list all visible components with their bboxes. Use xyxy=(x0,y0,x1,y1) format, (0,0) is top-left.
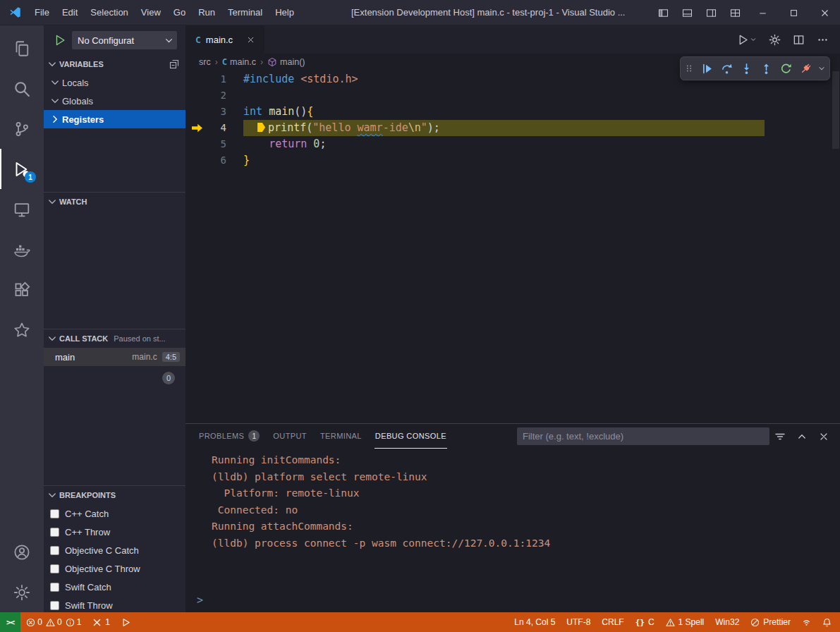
breadcrumb-src[interactable]: src xyxy=(199,57,211,67)
breakpoint-swift-catch[interactable]: Swift Catch xyxy=(44,578,185,596)
variables-header[interactable]: VARIABLES xyxy=(44,55,185,73)
debug-session-chevron-icon[interactable] xyxy=(817,64,826,73)
menu-edit[interactable]: Edit xyxy=(56,0,84,25)
variables-row-globals[interactable]: Globals xyxy=(44,92,185,110)
activity-settings[interactable] xyxy=(0,572,44,612)
console-options-icon[interactable] xyxy=(774,431,786,442)
checkbox[interactable] xyxy=(50,509,59,518)
checkbox[interactable] xyxy=(50,601,59,610)
minimize-button[interactable] xyxy=(747,0,778,25)
tools-status[interactable]: 1 xyxy=(87,612,116,632)
menu-view[interactable]: View xyxy=(135,0,167,25)
panel-tab-debug-console[interactable]: DEBUG CONSOLE xyxy=(375,424,447,449)
debug-console-input[interactable]: > xyxy=(197,592,829,608)
activity-source-control[interactable] xyxy=(0,109,44,149)
activity-bar: 1 xyxy=(0,25,44,612)
console-filter-input[interactable] xyxy=(517,427,769,445)
titlebar: FileEditSelectionViewGoRunTerminalHelp [… xyxy=(0,0,840,25)
menu-file[interactable]: File xyxy=(28,0,56,25)
breakpoint-objective-c-catch[interactable]: Objective C Catch xyxy=(44,541,185,559)
build-target-status[interactable]: Win32 xyxy=(710,612,745,632)
close-button[interactable] xyxy=(809,0,840,25)
maximize-button[interactable] xyxy=(778,0,809,25)
menu-run[interactable]: Run xyxy=(192,0,221,25)
step-out-button[interactable] xyxy=(756,59,776,78)
checkbox[interactable] xyxy=(50,546,59,555)
panel-tab-problems[interactable]: PROBLEMS1 xyxy=(198,424,260,449)
remote-indicator[interactable]: >< xyxy=(0,612,20,632)
menu-selection[interactable]: Selection xyxy=(84,0,134,25)
activity-docker[interactable] xyxy=(0,229,44,269)
checkbox[interactable] xyxy=(50,583,59,592)
restart-button[interactable] xyxy=(776,59,796,78)
activity-favorites[interactable] xyxy=(0,310,44,350)
breakpoint-c-throw[interactable]: C++ Throw xyxy=(44,523,185,541)
close-panel-icon[interactable] xyxy=(818,431,829,442)
start-debugging-icon[interactable] xyxy=(54,34,66,47)
breakpoint-c-catch[interactable]: C++ Catch xyxy=(44,504,185,523)
braces-icon: {} xyxy=(635,618,645,627)
activity-remote-explorer[interactable] xyxy=(0,189,44,229)
collapse-all-icon[interactable] xyxy=(169,59,180,70)
run-or-debug-button[interactable] xyxy=(737,34,757,46)
editor-scrollbar[interactable] xyxy=(832,71,839,149)
menu-terminal[interactable]: Terminal xyxy=(221,0,269,25)
tab-close-button[interactable] xyxy=(243,32,257,47)
cursor-position[interactable]: Ln 4, Col 5 xyxy=(509,612,561,632)
stack-frame-main[interactable]: mainmain.c4:5 xyxy=(44,348,185,366)
variables-row-locals[interactable]: Locals xyxy=(44,73,185,92)
menu-help[interactable]: Help xyxy=(269,0,300,25)
checkbox[interactable] xyxy=(50,564,59,573)
status-bar-right: Ln 4, Col 5 UTF-8 CRLF {} C 1 Spell Win3… xyxy=(509,612,840,632)
checkbox[interactable] xyxy=(50,528,59,537)
continue-button[interactable] xyxy=(697,59,717,78)
variables-row-registers[interactable]: Registers xyxy=(44,110,185,128)
menu-go[interactable]: Go xyxy=(167,0,192,25)
step-out-icon xyxy=(760,63,772,75)
activity-explorer[interactable] xyxy=(0,28,44,68)
breadcrumb-main-c[interactable]: Cmain.c xyxy=(222,57,256,67)
eol-status[interactable]: CRLF xyxy=(596,612,629,632)
problems-status[interactable]: 0 0 1 xyxy=(20,612,87,632)
toggle-panel-button[interactable] xyxy=(675,0,699,25)
gear-icon[interactable] xyxy=(769,34,781,46)
breakpoint-swift-throw[interactable]: Swift Throw xyxy=(44,596,185,612)
customize-layout-button[interactable] xyxy=(723,0,747,25)
language-mode[interactable]: {} C xyxy=(630,612,660,632)
breakpoints-header[interactable]: BREAKPOINTS xyxy=(44,486,185,504)
disconnect-button[interactable] xyxy=(796,59,815,78)
panel-tab-terminal[interactable]: TERMINAL xyxy=(319,424,363,449)
call-stack-header[interactable]: CALL STACK Paused on st... xyxy=(44,329,185,348)
step-into-button[interactable] xyxy=(736,59,756,78)
toggle-secondary-sidebar-button[interactable] xyxy=(699,0,723,25)
watch-header[interactable]: WATCH xyxy=(44,193,185,211)
inline-breakpoint-icon[interactable] xyxy=(257,123,265,132)
activity-run-and-debug[interactable]: 1 xyxy=(0,149,44,189)
maximize-panel-icon[interactable] xyxy=(796,431,808,442)
formatter-status[interactable]: Prettier xyxy=(745,612,796,632)
tab-main-c[interactable]: C main.c xyxy=(185,25,264,54)
activity-search[interactable] xyxy=(0,68,44,109)
config-dropdown[interactable]: No Configurat xyxy=(72,31,177,49)
drag-grip-icon[interactable] xyxy=(684,63,694,74)
line-text: } xyxy=(243,152,250,169)
panel-tab-label: TERMINAL xyxy=(320,432,362,440)
encoding-status[interactable]: UTF-8 xyxy=(561,612,596,632)
spell-checker-status[interactable]: 1 Spell xyxy=(660,612,710,632)
row-label: Locals xyxy=(62,78,89,88)
step-over-button[interactable] xyxy=(717,59,736,78)
notifications[interactable] xyxy=(817,612,840,632)
more-actions-icon[interactable] xyxy=(817,34,829,46)
debug-sidebar: No Configurat VARIABLES LocalsGlobalsReg… xyxy=(44,25,185,612)
breadcrumb-main[interactable]: main() xyxy=(267,57,305,67)
breakpoint-objective-c-throw[interactable]: Objective C Throw xyxy=(44,559,185,578)
debug-target-status[interactable] xyxy=(116,612,136,632)
split-editor-icon[interactable] xyxy=(793,34,805,46)
activity-extensions[interactable] xyxy=(0,269,44,310)
toggle-sidebar-button[interactable] xyxy=(651,0,675,25)
activity-accounts[interactable] xyxy=(0,532,44,572)
broadcast-status[interactable] xyxy=(796,612,817,632)
chevron-down-icon xyxy=(49,95,61,107)
panel-tab-output[interactable]: OUTPUT xyxy=(272,424,308,449)
tools-icon xyxy=(92,618,102,627)
